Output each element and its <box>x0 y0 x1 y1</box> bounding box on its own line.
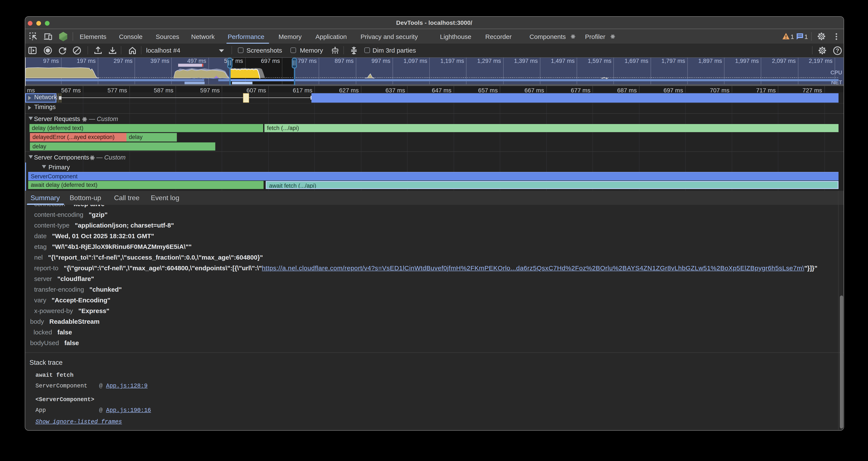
svg-text:?: ? <box>836 47 839 54</box>
